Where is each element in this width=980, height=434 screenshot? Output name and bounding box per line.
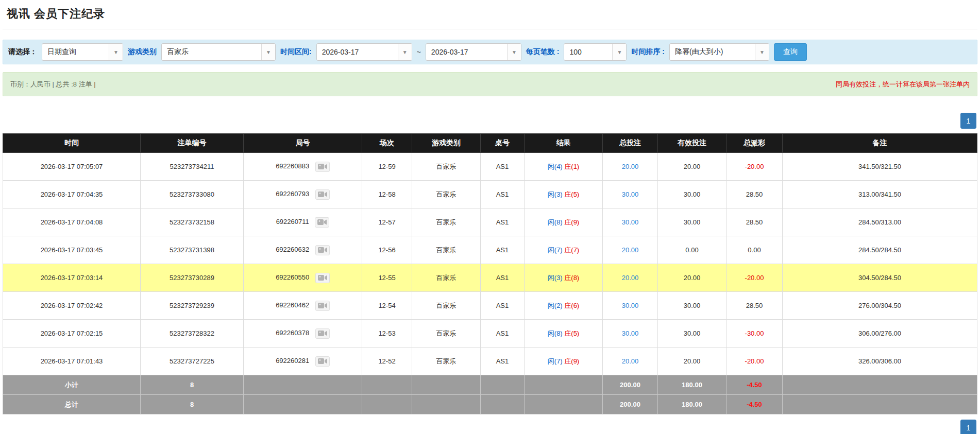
valid-bet-cell: 30.00 xyxy=(658,209,726,236)
column-header: 时间 xyxy=(3,134,141,153)
remark-cell: 326.00/306.00 xyxy=(783,348,977,375)
pagination-page-1[interactable]: 1 xyxy=(960,113,976,129)
video-replay-icon[interactable] xyxy=(315,162,330,172)
empty-cell xyxy=(412,395,481,414)
video-replay-icon[interactable] xyxy=(315,301,330,311)
chevron-down-icon[interactable]: ▼ xyxy=(755,44,769,60)
total-bet-cell: 20.00 xyxy=(603,153,658,181)
total-bet-link[interactable]: 30.00 xyxy=(622,190,639,198)
page-size-select[interactable]: 100 ▼ xyxy=(564,43,627,61)
chevron-down-icon[interactable]: ▼ xyxy=(261,44,275,60)
result-player: 闲(8) xyxy=(548,218,563,226)
table-row[interactable]: 2026-03-17 07:04:35 523273733080 6922607… xyxy=(3,181,977,209)
round-id: 692260550 xyxy=(276,273,309,281)
result-banker: 庄(9) xyxy=(564,357,579,365)
result-cell: 闲(2) 庄(6) xyxy=(525,292,603,320)
search-button[interactable]: 查询 xyxy=(774,43,807,61)
game-category: 百家乐 xyxy=(436,302,457,309)
total-bet-link[interactable]: 20.00 xyxy=(622,163,639,170)
chevron-down-icon[interactable]: ▼ xyxy=(109,44,123,60)
table-row[interactable]: 2026-03-17 07:05:07 523273734211 6922608… xyxy=(3,153,977,181)
video-replay-icon[interactable] xyxy=(315,217,329,228)
column-header: 局号 xyxy=(244,134,362,153)
total-bet-link[interactable]: 30.00 xyxy=(622,329,639,337)
empty-cell xyxy=(244,395,362,414)
page-size-label: 每页笔数 : xyxy=(526,47,560,57)
payout-cell: -20.00 xyxy=(726,264,783,292)
table-row[interactable]: 2026-03-17 07:03:14 523273730289 6922605… xyxy=(3,264,977,292)
summary-text: 币别：人民币 | 总共 :8 注单 | xyxy=(10,80,96,89)
table-no-cell: AS1 xyxy=(481,348,525,375)
round-id: 692260281 xyxy=(276,357,309,364)
total-bet-link[interactable]: 20.00 xyxy=(622,246,639,254)
bet-id: 523273734211 xyxy=(170,163,214,170)
query-type-select[interactable]: 日期查询 ▼ xyxy=(42,43,123,61)
range-separator: ~ xyxy=(417,48,421,56)
chevron-down-icon[interactable]: ▼ xyxy=(398,44,412,60)
payout: -20.00 xyxy=(745,163,764,170)
pagination-page-1[interactable]: 1 xyxy=(960,420,976,434)
bets-table: 时间注单编号局号场次游戏类别桌号结果总投注有效投注总派彩备注 2026-03-1… xyxy=(3,133,977,414)
result-cell: 闲(8) 庄(9) xyxy=(525,209,603,236)
table-row[interactable]: 2026-03-17 07:03:45 523273731398 6922606… xyxy=(3,236,977,264)
video-replay-icon[interactable] xyxy=(315,328,330,339)
time-cell: 2026-03-17 07:04:35 xyxy=(3,181,141,209)
game-category: 百家乐 xyxy=(436,274,457,282)
bet-time: 2026-03-17 07:04:08 xyxy=(41,218,103,226)
date-from-select[interactable]: 2026-03-17 ▼ xyxy=(316,43,412,61)
total-bet-link[interactable]: 20.00 xyxy=(622,357,639,365)
empty-cell xyxy=(362,395,412,414)
total-bet-link[interactable]: 30.00 xyxy=(622,218,639,226)
round-cell: 692260550 xyxy=(244,264,362,292)
remark: 284.50/284.50 xyxy=(858,246,901,254)
total-bet-link[interactable]: 20.00 xyxy=(622,274,639,282)
bet-id: 523273727225 xyxy=(170,357,214,365)
video-replay-icon[interactable] xyxy=(315,245,330,255)
video-replay-icon[interactable] xyxy=(315,189,330,200)
chevron-down-icon[interactable]: ▼ xyxy=(612,44,626,60)
table-no-cell: AS1 xyxy=(481,320,525,348)
bet-time: 2026-03-17 07:03:45 xyxy=(41,246,103,254)
total-bet-link[interactable]: 30.00 xyxy=(622,302,639,309)
table-row[interactable]: 2026-03-17 07:02:15 523273728322 6922603… xyxy=(3,320,977,348)
table-no: AS1 xyxy=(496,163,509,170)
pagination-bottom: 1 xyxy=(3,420,977,434)
valid-bet-cell: 30.00 xyxy=(658,320,726,348)
bet-id-cell: 523273734211 xyxy=(141,153,244,181)
game-category-label: 游戏类别 xyxy=(128,47,157,57)
page-size-value: 100 xyxy=(564,44,612,60)
session-cell: 12-59 xyxy=(362,153,412,181)
round-id: 692260711 xyxy=(276,218,309,225)
table-row[interactable]: 2026-03-17 07:04:08 523273732158 6922607… xyxy=(3,209,977,236)
valid-bet: 20.00 xyxy=(684,163,701,170)
payout-cell: -20.00 xyxy=(726,153,783,181)
session: 12-52 xyxy=(378,357,395,365)
page-title: 视讯 会员下注纪录 xyxy=(7,6,973,22)
sort-select[interactable]: 降幂(由大到小) ▼ xyxy=(669,43,769,61)
table-row[interactable]: 2026-03-17 07:02:42 523273729239 6922604… xyxy=(3,292,977,320)
bet-id: 523273733080 xyxy=(170,190,214,198)
payout-cell: 0.00 xyxy=(726,236,783,264)
table-header-row: 时间注单编号局号场次游戏类别桌号结果总投注有效投注总派彩备注 xyxy=(3,134,977,153)
remark-cell: 341.50/321.50 xyxy=(783,153,977,181)
session: 12-58 xyxy=(378,190,395,198)
table-no-cell: AS1 xyxy=(481,264,525,292)
table-no: AS1 xyxy=(496,246,509,254)
query-type-value: 日期查询 xyxy=(42,44,109,60)
payout-cell: 28.50 xyxy=(726,181,783,209)
game-category-select[interactable]: 百家乐 ▼ xyxy=(161,43,276,61)
bet-id: 523273728322 xyxy=(170,329,214,337)
date-to-select[interactable]: 2026-03-17 ▼ xyxy=(426,43,521,61)
session-cell: 12-52 xyxy=(362,348,412,375)
video-replay-icon[interactable] xyxy=(315,356,330,367)
round-id: 692260378 xyxy=(276,329,309,337)
chevron-down-icon[interactable]: ▼ xyxy=(507,44,521,60)
table-no: AS1 xyxy=(496,302,509,309)
session: 12-55 xyxy=(378,274,395,282)
column-header: 桌号 xyxy=(481,134,525,153)
round-id: 692260793 xyxy=(276,190,309,198)
video-replay-icon[interactable] xyxy=(315,273,330,283)
payout-cell: 28.50 xyxy=(726,209,783,236)
table-row[interactable]: 2026-03-17 07:01:43 523273727225 6922602… xyxy=(3,348,977,375)
round-cell: 692260632 xyxy=(244,236,362,264)
